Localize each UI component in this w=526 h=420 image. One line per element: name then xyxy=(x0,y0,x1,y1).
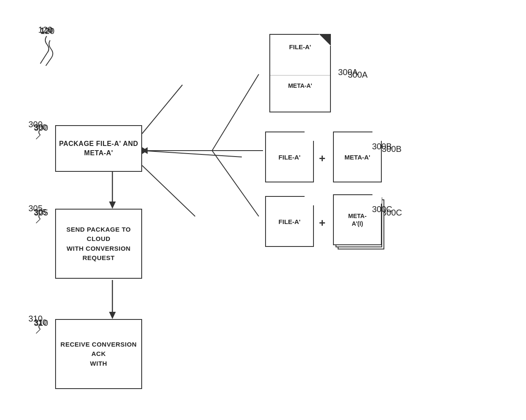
svg-text:300: 300 xyxy=(28,120,42,129)
ref-arrow-120: 120 xyxy=(36,23,70,74)
svg-text:300C: 300C xyxy=(372,204,392,214)
diagram-container: 120 300 305 310 120 300 305 310 300A 300… xyxy=(0,0,526,420)
file-300b-meta-label: META-A' xyxy=(344,154,370,161)
file-300a: FILE-A' META-A' xyxy=(269,34,331,112)
svg-line-12 xyxy=(212,151,259,216)
svg-line-15 xyxy=(40,53,47,64)
svg-line-6 xyxy=(142,151,242,157)
file-300b-file: FILE-A' xyxy=(265,132,314,182)
file-300a-bottom-label: META-A' xyxy=(270,82,330,89)
plus-300c: + xyxy=(319,216,325,230)
file-300b-file-label: FILE-A' xyxy=(279,154,301,161)
ref-arrow-300: 300 xyxy=(28,119,62,140)
ref-arrow-310: 310 xyxy=(28,313,62,334)
file-300c-file-label: FILE-A' xyxy=(279,218,301,225)
svg-marker-2 xyxy=(109,202,116,209)
svg-text:300B: 300B xyxy=(372,142,392,151)
svg-line-8 xyxy=(142,165,195,216)
file-300a-top-label: FILE-A' xyxy=(270,43,330,50)
ref-label-300B: 300B xyxy=(371,140,401,153)
svg-text:300A: 300A xyxy=(338,67,358,77)
svg-marker-13 xyxy=(142,147,148,154)
svg-marker-7 xyxy=(142,147,148,154)
receive-box: RECEIVE CONVERSION ACKWITH xyxy=(55,319,142,389)
svg-text:310: 310 xyxy=(28,314,42,323)
ref-arrow-305: 305 xyxy=(28,203,62,224)
send-box-text: SEND PACKAGE TO CLOUDWITH CONVERSIONREQU… xyxy=(56,225,141,263)
file-300c-file: FILE-A' xyxy=(265,196,314,247)
svg-line-10 xyxy=(212,74,259,151)
svg-line-21 xyxy=(36,329,40,333)
svg-line-19 xyxy=(36,219,40,223)
file-300c-meta: META-A'(I) xyxy=(333,194,382,245)
ref-label-300A: 300A xyxy=(337,66,367,78)
svg-text:120: 120 xyxy=(38,25,52,34)
svg-text:305: 305 xyxy=(28,204,42,213)
svg-line-17 xyxy=(36,135,40,139)
receive-box-text: RECEIVE CONVERSION ACKWITH xyxy=(56,340,141,369)
package-box-text: PACKAGE FILE-A' AND META-A' xyxy=(56,139,141,158)
svg-line-5 xyxy=(142,85,182,134)
ref-label-300C: 300C xyxy=(371,203,401,216)
plus-300b: + xyxy=(319,152,325,165)
file-300c-meta-label: META-A'(I) xyxy=(348,212,367,227)
package-box: PACKAGE FILE-A' AND META-A' xyxy=(55,125,142,172)
file-300b-meta: META-A' xyxy=(333,132,382,182)
send-box: SEND PACKAGE TO CLOUDWITH CONVERSIONREQU… xyxy=(55,209,142,279)
svg-marker-4 xyxy=(109,312,116,319)
